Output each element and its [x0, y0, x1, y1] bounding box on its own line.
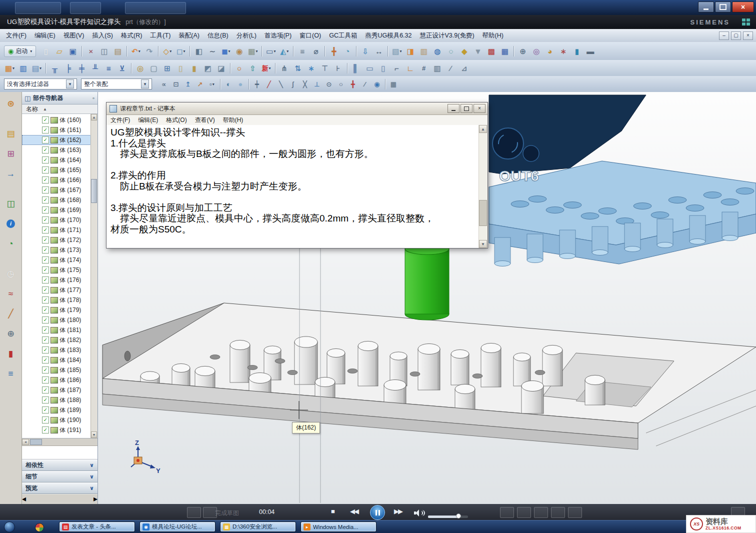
menu-item[interactable]: 信息(B) [204, 30, 232, 42]
navigator-hscrollbar[interactable]: ◂ ▸ [22, 494, 98, 502]
checkbox-checked-icon[interactable]: ✓ [42, 336, 49, 344]
snap-focus-icon[interactable]: ◉ [371, 78, 383, 90]
menu-item[interactable]: 工具(T) [146, 30, 174, 42]
checkbox-checked-icon[interactable]: ✓ [42, 266, 49, 274]
checkbox-checked-icon[interactable]: ✓ [42, 406, 49, 414]
tree-row[interactable]: ✓体 (188) [22, 395, 91, 405]
checkbox-checked-icon[interactable]: ✓ [42, 216, 49, 224]
target-icon[interactable]: ◎ [134, 62, 147, 74]
menu-item[interactable]: 文件(F) [2, 30, 30, 42]
snap-grid-icon[interactable]: ┿ [251, 78, 263, 90]
pick-box-icon[interactable]: ⊡ [170, 78, 182, 90]
hole-icon[interactable]: ◉ [232, 45, 246, 58]
tree-row[interactable]: ✓体 (185) [22, 365, 91, 375]
corner-icon[interactable]: ⌐ [390, 62, 404, 74]
distribute-icon[interactable]: ≡ [102, 62, 116, 74]
shell-icon[interactable]: ▥ [417, 45, 430, 58]
pattern-icon[interactable]: ◔ [340, 45, 354, 58]
probe-icon[interactable]: ⊦ [332, 62, 345, 74]
navigator-section-header[interactable]: 细节∨ [22, 471, 98, 482]
trim-body-icon[interactable]: ◭▾ [278, 45, 291, 58]
notepad-menu-item[interactable]: 编辑(E) [134, 115, 162, 126]
fence-icon[interactable]: ▥ [430, 62, 444, 74]
annotation-icon[interactable]: ╱ [4, 306, 18, 321]
exit-sketch-icon[interactable]: → [4, 166, 18, 181]
column-icon[interactable]: ▯ [174, 62, 188, 74]
swap-icon[interactable]: ◨ [404, 45, 417, 58]
screens-grid-icon[interactable] [742, 18, 750, 26]
sheet-icon[interactable]: ▧▾ [390, 45, 404, 58]
sort-ascending-icon[interactable]: ▲ [43, 107, 47, 112]
pocket-icon[interactable]: ◪ [214, 62, 228, 74]
taskbar-button[interactable]: ▸Windows Media... [300, 522, 376, 532]
text-icon[interactable]: ▬ [584, 45, 597, 58]
taskbar-button[interactable]: ◉模具论坛-UG论坛... [140, 522, 216, 532]
menu-item[interactable]: 燕秀UG模具6.32 [361, 30, 416, 42]
beam-icon[interactable]: ▌ [350, 62, 363, 74]
tree-row[interactable]: ✓体 (184) [22, 355, 91, 365]
tree-row[interactable]: ✓体 (171) [22, 225, 91, 235]
balance-icon[interactable]: ⊻ [116, 62, 129, 74]
snap-cross-icon[interactable]: ╳ [299, 78, 311, 90]
cut-icon[interactable]: × [84, 45, 98, 58]
checkbox-checked-icon[interactable]: ✓ [42, 426, 49, 434]
materials-icon[interactable]: ≈ [4, 286, 18, 301]
move-component-icon[interactable]: ╋ [327, 45, 340, 58]
tree-row[interactable]: ✓体 (187) [22, 385, 91, 395]
checkbox-checked-icon[interactable]: ✓ [42, 296, 49, 304]
checkbox-checked-icon[interactable]: ✓ [42, 376, 49, 384]
hash-icon[interactable]: # [417, 62, 430, 74]
taskbar-button[interactable]: ▦D:\360安全浏览... [220, 522, 296, 532]
notepad-text-area[interactable]: UG塑胶模具设计零件知识--撑头1.什么是撑头 撑头是支撑底板与B板之间的部件，… [106, 125, 488, 248]
menu-item[interactable]: 插入(S) [88, 30, 117, 42]
paste-icon[interactable]: ▤ [111, 45, 124, 58]
explode-icon[interactable]: ∗ [556, 45, 570, 58]
red-grid-icon[interactable]: ▩ [484, 45, 498, 58]
tree-row[interactable]: ✓体 (161) [22, 125, 91, 135]
navigator-mini-hscrollbar[interactable]: ◂ [22, 438, 98, 446]
scroll-right-icon[interactable]: ▸ [94, 494, 98, 504]
menu-item[interactable]: 格式(R) [117, 30, 146, 42]
navigator-section-header[interactable]: 预览∨ [22, 482, 98, 494]
snap-tan-icon[interactable]: ∕ [359, 78, 371, 90]
star-icon[interactable]: ∗ [304, 62, 318, 74]
table-icon[interactable]: ▦ [388, 78, 400, 90]
navigator-vertical-scrollbar[interactable]: ▲ ▼ [90, 114, 98, 438]
dashed-box-icon[interactable]: ▫▾ [206, 78, 218, 90]
window-icon[interactable]: ⊞ [160, 62, 174, 74]
notepad-menu-item[interactable]: 查看(V) [191, 115, 219, 126]
menu-item[interactable]: 装配(A) [174, 30, 204, 42]
window-minimize-button[interactable] [698, 2, 714, 12]
support-pillar-green[interactable] [405, 244, 449, 320]
snap-circle-icon[interactable]: ○ [335, 78, 347, 90]
chain-icon[interactable]: ∝ [158, 78, 170, 90]
window-close-button[interactable]: × [732, 2, 754, 12]
checkbox-checked-icon[interactable]: ✓ [42, 396, 49, 404]
tree-row[interactable]: ✓体 (189) [22, 405, 91, 415]
checkbox-checked-icon[interactable]: ✓ [42, 286, 49, 294]
tree-row[interactable]: ✓体 (176) [22, 275, 91, 285]
torus-icon[interactable]: ◌ [444, 45, 458, 58]
checkbox-checked-icon[interactable]: ✓ [42, 416, 49, 424]
checkbox-checked-icon[interactable]: ✓ [42, 206, 49, 214]
undo-icon[interactable]: ↶▾ [129, 45, 142, 58]
grid-icon[interactable]: ▤▾ [30, 62, 44, 74]
menu-item[interactable]: 视图(V) [60, 30, 88, 42]
block-icon[interactable]: ▦▾ [246, 45, 260, 58]
tree-row[interactable]: ✓体 (168) [22, 195, 91, 205]
selection-filter-select[interactable]: 没有选择过滤器 ▾ [4, 78, 77, 90]
lift-icon[interactable]: ⇧ [246, 62, 260, 74]
shaded-view-icon[interactable]: ◐ [222, 78, 234, 90]
checkbox-checked-icon[interactable]: ✓ [42, 236, 49, 244]
clipboard-icon[interactable]: ▤ [4, 126, 18, 141]
assembly-scope-select[interactable]: 整个装配 ▾ [81, 78, 152, 90]
taskbar-button[interactable]: ▤发表文章 - 头条... [59, 522, 135, 532]
snap-spline-icon[interactable]: ∫ [287, 78, 299, 90]
tree-row[interactable]: ✓体 (160) [22, 115, 91, 125]
pillar-icon[interactable]: ▮ [188, 62, 201, 74]
snap-plus-icon[interactable]: ╋ [347, 78, 359, 90]
up-level-icon[interactable]: ↥ [182, 78, 194, 90]
checkbox-checked-icon[interactable]: ✓ [42, 136, 49, 144]
tube-icon[interactable]: ▮ [570, 45, 584, 58]
render-icon[interactable]: ◕ [543, 45, 556, 58]
